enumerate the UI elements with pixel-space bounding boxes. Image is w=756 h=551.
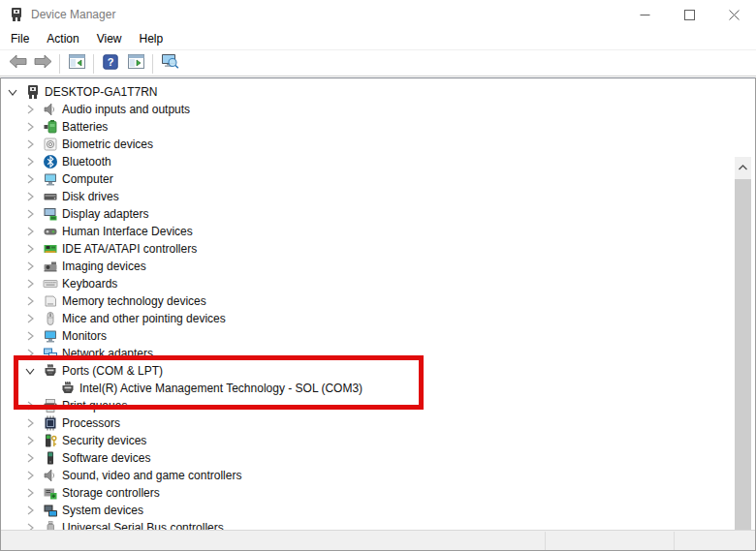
scan-computer-icon <box>161 53 179 74</box>
tree-item-label: Memory technology devices <box>62 294 206 308</box>
tree-item-label: Mice and other pointing devices <box>62 312 226 325</box>
tree-item-label: Processors <box>62 416 120 430</box>
minimize-button[interactable] <box>622 0 667 29</box>
expand-chevron-icon[interactable] <box>6 85 19 99</box>
collapse-chevron-icon[interactable] <box>23 294 37 308</box>
tree-item[interactable]: Print queues <box>0 397 740 414</box>
fingerprint-icon <box>43 137 58 152</box>
tree-item-label: Imaging devices <box>62 260 146 273</box>
collapse-chevron-icon[interactable] <box>23 277 37 291</box>
tree-item[interactable]: Display adapters <box>0 205 740 223</box>
collapse-chevron-icon[interactable] <box>23 172 37 186</box>
tree-item-label: Print queues <box>62 399 127 413</box>
help-button[interactable]: ? <box>98 53 123 75</box>
collapse-chevron-icon[interactable] <box>23 451 37 465</box>
tree-item-label: Batteries <box>62 120 108 134</box>
maximize-icon <box>684 10 695 20</box>
collapse-chevron-icon[interactable] <box>23 312 37 325</box>
tree-item[interactable]: Memory technology devices <box>0 292 740 310</box>
collapse-chevron-icon[interactable] <box>23 242 37 256</box>
tree-item[interactable]: Security devices <box>0 432 740 449</box>
back-button[interactable] <box>5 53 30 75</box>
window-border-left <box>0 77 1 551</box>
minimize-icon <box>640 10 650 20</box>
tree-item[interactable]: Biometric devices <box>0 136 740 153</box>
tree-item[interactable]: Monitors <box>0 327 740 345</box>
scrollbar-thumb[interactable] <box>735 179 751 530</box>
tree-item[interactable]: System devices <box>0 502 740 519</box>
tree-item[interactable]: Software devices <box>0 449 740 467</box>
hid-gamepad-icon <box>43 224 58 239</box>
tree-item-label: Display adapters <box>62 207 148 221</box>
tree-item[interactable]: Mice and other pointing devices <box>0 310 740 327</box>
vertical-scrollbar[interactable] <box>735 157 751 530</box>
tree-item[interactable]: Computer <box>0 170 740 188</box>
forward-button[interactable] <box>30 53 55 75</box>
disk-drive-icon <box>43 189 58 204</box>
tree-item[interactable]: Ports (COM & LPT) <box>0 362 740 380</box>
tree-item[interactable]: Keyboards <box>0 275 740 292</box>
device-manager-window: Device Manager FileActionViewHelp ? DESK… <box>0 0 756 551</box>
collapse-chevron-icon[interactable] <box>23 138 37 151</box>
tree-item[interactable]: Human Interface Devices <box>0 223 740 240</box>
collapse-chevron-icon[interactable] <box>23 416 37 430</box>
tree-item[interactable]: DESKTOP-GA1T7RN <box>0 83 740 101</box>
collapse-chevron-icon[interactable] <box>23 155 37 168</box>
menu-item-view[interactable]: View <box>88 29 131 49</box>
collapse-chevron-icon[interactable] <box>23 103 37 116</box>
tree-item[interactable]: Audio inputs and outputs <box>0 101 740 118</box>
tree-item[interactable]: Batteries <box>0 118 740 136</box>
collapse-chevron-icon[interactable] <box>23 504 37 517</box>
scan-hardware-button[interactable] <box>157 53 182 75</box>
menu-item-help[interactable]: Help <box>131 29 173 49</box>
tree-item[interactable]: Disk drives <box>0 188 740 205</box>
tree-item-label: Disk drives <box>62 190 119 203</box>
tree-item[interactable]: Sound, video and game controllers <box>0 467 740 484</box>
maximize-button[interactable] <box>667 0 711 29</box>
tree-item-label: Monitors <box>62 329 107 343</box>
bluetooth-icon <box>43 154 58 169</box>
imaging-device-icon <box>43 259 58 274</box>
forward-arrow-icon <box>34 54 52 73</box>
tree-item-label: Keyboards <box>62 277 117 291</box>
action-pane-window-icon <box>128 54 144 73</box>
collapse-chevron-icon[interactable] <box>23 347 37 360</box>
show-console-tree-button[interactable] <box>64 53 89 75</box>
tree-item[interactable]: IDE ATA/ATAPI controllers <box>0 240 740 258</box>
collapse-chevron-icon[interactable] <box>23 120 37 134</box>
collapse-chevron-icon[interactable] <box>23 469 37 482</box>
menu-item-file[interactable]: File <box>2 29 38 49</box>
expand-chevron-icon[interactable] <box>23 364 37 378</box>
display-adapter-icon <box>43 206 58 222</box>
tree-item[interactable]: Processors <box>0 414 740 432</box>
tree-item[interactable]: Network adapters <box>0 345 740 362</box>
collapse-chevron-icon[interactable] <box>23 434 37 447</box>
collapse-chevron-icon[interactable] <box>23 190 37 203</box>
software-device-icon <box>43 450 58 466</box>
tree-item[interactable]: Imaging devices <box>0 258 740 275</box>
tree-item[interactable]: Intel(R) Active Management Technology - … <box>0 380 740 397</box>
tree-item[interactable]: Bluetooth <box>0 153 740 170</box>
collapse-chevron-icon[interactable] <box>23 521 37 530</box>
tree-item-label: Ports (COM & LPT) <box>62 364 163 378</box>
collapse-chevron-icon[interactable] <box>23 329 37 343</box>
collapse-chevron-icon[interactable] <box>23 486 37 500</box>
ide-controller-icon <box>43 241 58 257</box>
collapse-chevron-icon[interactable] <box>23 225 37 238</box>
tree-item[interactable]: Storage controllers <box>0 484 740 502</box>
tree-item[interactable]: Universal Serial Bus controllers <box>0 519 740 530</box>
tree-item-label: System devices <box>62 504 143 517</box>
help-icon: ? <box>103 54 118 74</box>
collapse-chevron-icon[interactable] <box>23 207 37 221</box>
show-action-pane-button[interactable] <box>123 53 148 75</box>
status-bar-separator <box>545 532 546 551</box>
close-button[interactable] <box>711 0 756 29</box>
toolbar: ? <box>0 51 756 77</box>
device-tree: DESKTOP-GA1T7RNAudio inputs and outputsB… <box>0 77 756 530</box>
scroll-up-button[interactable] <box>735 157 751 173</box>
collapse-chevron-icon[interactable] <box>23 260 37 273</box>
menu-item-action[interactable]: Action <box>38 29 87 49</box>
printer-icon <box>43 398 58 413</box>
collapse-chevron-icon[interactable] <box>23 399 37 413</box>
title-bar: Device Manager <box>0 0 756 29</box>
